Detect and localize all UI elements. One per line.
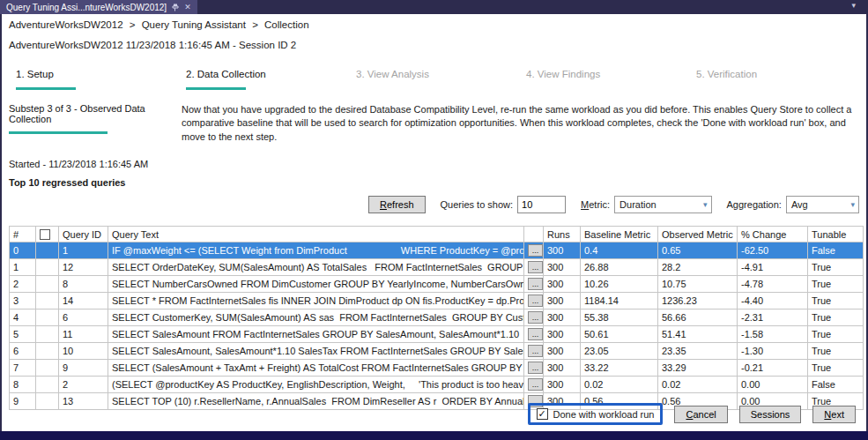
row-percent-change: 0.00 — [738, 377, 808, 393]
row-baseline-metric: 33.22 — [581, 360, 658, 377]
row-detail-cell: ... — [524, 293, 544, 309]
row-runs: 300 — [544, 326, 581, 343]
row-runs: 300 — [544, 259, 581, 276]
row-select-cell[interactable] — [36, 242, 59, 259]
table-row[interactable]: 7 9 SELECT (SalesAmount + TaxAmt + Freig… — [10, 360, 864, 377]
step-underline — [356, 87, 416, 90]
refresh-button[interactable]: Refresh — [368, 196, 426, 213]
query-detail-button[interactable]: ... — [528, 261, 543, 273]
queries-to-show-label: Queries to show: — [441, 199, 514, 210]
metric-label: Metric: — [581, 199, 610, 210]
row-tunable: False — [808, 377, 864, 393]
window-menu-caret-icon[interactable]: ▾ — [851, 0, 868, 14]
row-observed-metric: 33.29 — [658, 360, 738, 377]
row-select-cell[interactable] — [36, 326, 59, 343]
row-query-text: SELECT * FROM FactInternetSales fis INNE… — [108, 293, 524, 309]
col-header-runs[interactable]: Runs — [544, 227, 581, 242]
step-underline — [696, 87, 756, 90]
breadcrumb-item-database[interactable]: AdventureWorksDW2012 — [9, 19, 123, 30]
query-controls: Refresh Queries to show: Metric: Duratio… — [368, 195, 859, 214]
row-observed-metric: 23.35 — [658, 343, 738, 360]
query-detail-button[interactable]: ... — [528, 328, 543, 340]
row-baseline-metric: 0.02 — [581, 377, 658, 393]
col-header-index[interactable]: # — [10, 227, 36, 242]
select-all-checkbox[interactable] — [40, 229, 50, 240]
row-query-id: 13 — [59, 393, 108, 410]
query-detail-button[interactable]: ... — [528, 244, 543, 257]
table-row[interactable]: 8 2 (SELECT @productKey AS ProductKey, E… — [10, 377, 864, 393]
row-query-id: 9 — [59, 360, 108, 377]
substep-description: Now that you have upgraded to the desire… — [182, 103, 857, 144]
row-baseline-metric: 23.05 — [581, 343, 658, 360]
query-detail-button[interactable]: ... — [528, 278, 543, 290]
row-tunable: True — [808, 259, 864, 276]
metric-select[interactable]: Duration ▾ — [614, 196, 711, 213]
done-with-workload-checkbox[interactable]: ✓ Done with workload run — [528, 403, 664, 425]
col-header-observed[interactable]: Observed Metric — [658, 227, 738, 242]
row-tunable: True — [808, 293, 864, 309]
query-detail-button[interactable]: ... — [528, 378, 543, 391]
table-row[interactable]: 5 11 SELECT SalesAmount FROM FactInterne… — [10, 326, 864, 343]
col-header-baseline[interactable]: Baseline Metric — [581, 227, 658, 242]
table-row[interactable]: 2 8 SELECT NumberCarsOwned FROM DimCusto… — [10, 276, 864, 293]
next-button[interactable]: Next — [812, 406, 856, 423]
row-select-cell[interactable] — [36, 293, 59, 309]
row-query-id: 14 — [59, 293, 108, 309]
row-detail-cell: ... — [524, 242, 544, 259]
pin-icon[interactable] — [172, 4, 179, 11]
row-query-text: SELECT SalesAmount FROM FactInternetSale… — [108, 326, 524, 343]
row-select-cell[interactable] — [36, 393, 59, 410]
cancel-button[interactable]: Cancel — [674, 406, 727, 423]
row-select-cell[interactable] — [36, 259, 59, 276]
table-row[interactable]: 4 6 SELECT CustomerKey, SUM(SalesAmount)… — [10, 309, 864, 326]
row-tunable: True — [808, 276, 864, 293]
table-row[interactable]: 6 10 SELECT SalesAmount, SalesAmount*1.1… — [10, 343, 864, 360]
table-row[interactable]: 0 1 IF @maxWeight <= (SELECT Weight from… — [10, 242, 864, 259]
row-baseline-metric: 1184.14 — [581, 293, 658, 309]
col-header-query-id[interactable]: Query ID — [59, 227, 108, 242]
breadcrumb-item-qta[interactable]: Query Tuning Assistant — [142, 19, 246, 30]
row-select-cell[interactable] — [36, 377, 59, 393]
row-tunable: True — [808, 360, 864, 377]
row-query-text: SELECT OrderDateKey, SUM(SalesAmount) AS… — [108, 259, 524, 276]
step-underline — [16, 87, 76, 90]
row-query-id: 12 — [59, 259, 108, 276]
queries-to-show-input[interactable] — [517, 196, 566, 213]
row-query-text: SELECT CustomerKey, SUM(SalesAmount) AS … — [108, 309, 524, 326]
chevron-down-icon: ▾ — [703, 200, 708, 209]
row-percent-change: -4.91 — [738, 259, 808, 276]
row-percent-change: -62.50 — [738, 242, 808, 259]
document-tab[interactable]: Query Tuning Assi...ntureWorksDW2012] ✕ — [0, 0, 197, 14]
row-observed-metric: 28.2 — [658, 259, 738, 276]
table-row[interactable]: 1 12 SELECT OrderDateKey, SUM(SalesAmoun… — [10, 259, 864, 276]
query-detail-button[interactable]: ... — [528, 362, 543, 374]
col-header-tunable[interactable]: Tunable — [808, 227, 864, 242]
row-baseline-metric: 50.61 — [581, 326, 658, 343]
started-timestamp: Started - 11/23/2018 1:16:45 AM — [9, 159, 866, 169]
breadcrumb-item-collection[interactable]: Collection — [264, 19, 309, 30]
row-select-cell[interactable] — [36, 360, 59, 377]
row-query-text: SELECT SalesAmount, SalesAmount*1.10 Sal… — [108, 343, 524, 360]
row-detail-cell: ... — [524, 343, 544, 360]
query-detail-button[interactable]: ... — [528, 311, 543, 324]
step-verification: 5. Verification — [696, 69, 866, 90]
row-detail-cell: ... — [524, 259, 544, 276]
row-runs: 300 — [544, 360, 581, 377]
aggregation-value: Avg — [791, 199, 808, 210]
query-detail-button[interactable]: ... — [528, 345, 543, 357]
row-query-text: SELECT (SalesAmount + TaxAmt + Freight) … — [108, 360, 524, 377]
row-index: 7 — [10, 360, 36, 377]
sessions-button[interactable]: Sessions — [739, 406, 802, 423]
query-detail-button[interactable]: ... — [528, 295, 543, 307]
row-select-cell[interactable] — [36, 343, 59, 360]
breadcrumb: AdventureWorksDW2012 > Query Tuning Assi… — [2, 14, 866, 30]
table-row[interactable]: 3 14 SELECT * FROM FactInternetSales fis… — [10, 293, 864, 309]
row-select-cell[interactable] — [36, 276, 59, 293]
col-header-query-text[interactable]: Query Text — [108, 227, 524, 242]
row-select-cell[interactable] — [36, 309, 59, 326]
breadcrumb-separator: > — [130, 19, 136, 30]
aggregation-select[interactable]: Avg ▾ — [786, 196, 859, 213]
col-header-change[interactable]: % Change — [738, 227, 808, 242]
wizard-steps: 1. Setup 2. Data Collection 3. View Anal… — [2, 69, 866, 90]
close-icon[interactable]: ✕ — [184, 3, 191, 11]
